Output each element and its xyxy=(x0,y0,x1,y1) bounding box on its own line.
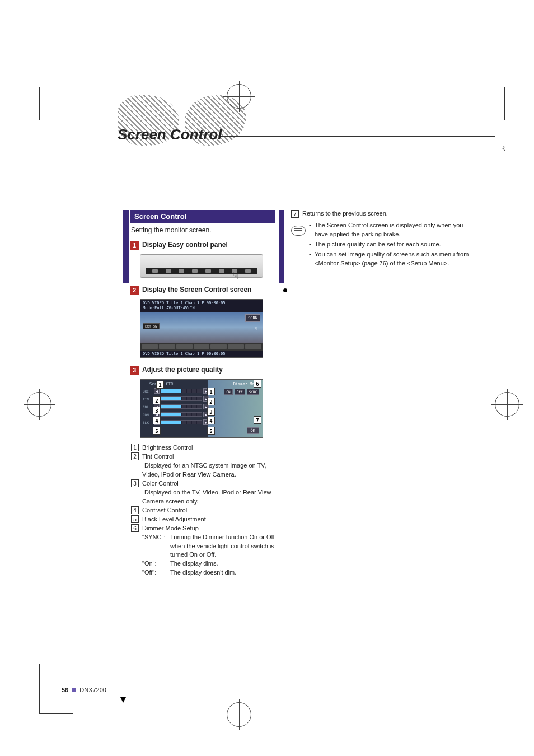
step-title: Display the Screen Control screen xyxy=(142,286,251,293)
model-name: DNX7200 xyxy=(79,687,106,693)
screen-control-screenshot: DVD VIDEO Title 1 Chap 1 P 00:00:05 Mode… xyxy=(140,299,263,358)
note-item: The picture quality can be set for each … xyxy=(309,240,476,249)
note-item: You can set image quality of screens suc… xyxy=(309,250,476,268)
definitions-list: 1 Brightness Control 2 Tint Control Disp… xyxy=(130,444,275,577)
callout-marker: 5 xyxy=(153,427,161,435)
callout-marker: 1 xyxy=(207,388,215,395)
title-rule xyxy=(221,136,495,137)
pointer-hand-icon: ☟ xyxy=(233,269,239,282)
screenshot-status-line: DVD VIDEO Title 1 Chap 1 P 00:00:05 xyxy=(143,301,260,306)
step-title: Adjust the picture quality xyxy=(142,366,223,374)
definition-item: 2 Tint Control Displayed for an NTSC sys… xyxy=(131,452,275,479)
step-number: 2 xyxy=(130,286,139,295)
accent-bar xyxy=(279,210,284,283)
registration-mark xyxy=(227,84,251,109)
page-number: 56 xyxy=(62,687,68,693)
definition-item: 7 Returns to the previous screen. xyxy=(291,210,476,218)
crop-mark xyxy=(39,87,73,120)
section-heading: Screen Control xyxy=(130,210,275,223)
definition-item: 4 Contrast Control xyxy=(131,506,275,515)
dimmer-mode-options: ON OFF SYNC xyxy=(224,389,259,395)
step: 1 Display Easy control panel ☟ xyxy=(130,241,275,278)
pointer-hand-icon: ☟ xyxy=(254,323,258,332)
registration-mark xyxy=(495,392,519,417)
ok-button: OK xyxy=(247,427,259,434)
step: 3 Adjust the picture quality Screen CTRL… xyxy=(130,366,275,438)
definition-item: 1 Brightness Control xyxy=(131,444,275,452)
step: 2 Display the Screen Control screen DVD … xyxy=(130,286,275,358)
footer-dot-icon xyxy=(72,688,76,692)
easy-control-panel-illustration: ☟ xyxy=(140,254,263,278)
callout-marker: 4 xyxy=(153,417,161,424)
callout-marker: 3 xyxy=(153,407,161,414)
screenshot-status-line: Mode:Full AV-OUT:AV-IN xyxy=(143,306,260,311)
slider-row: BRI◀▶ xyxy=(143,388,209,394)
callout-marker: 2 xyxy=(207,398,215,405)
step-number: 1 xyxy=(130,241,139,250)
callout-marker: 1 xyxy=(156,381,164,389)
accent-bar xyxy=(123,210,129,283)
page-title: Screen Control xyxy=(118,126,222,143)
note-icon xyxy=(291,226,306,236)
notes-list: The Screen Control screen is displayed o… xyxy=(309,221,476,269)
lead-text: Setting the monitor screen. xyxy=(130,226,275,234)
registration-mark xyxy=(227,702,251,727)
step-title: Display Easy control panel xyxy=(142,241,228,249)
step-number: 3 xyxy=(130,366,139,375)
playback-controls xyxy=(140,343,263,351)
right-column: 7 Returns to the previous screen. The Sc… xyxy=(291,210,476,269)
callout-marker: 2 xyxy=(153,396,161,404)
side-mark: ₹ xyxy=(502,144,506,152)
note-item: The Screen Control screen is displayed o… xyxy=(309,221,476,239)
page-footer: 56 DNX7200 xyxy=(62,687,106,693)
panel-title: Screen CTRL xyxy=(143,382,209,386)
scrn-button: SCRN xyxy=(245,314,260,322)
picture-quality-screenshot: Screen CTRL BRI◀▶ TIN◀▶ COL◀▶ CON◀▶ BLK◀… xyxy=(140,379,263,438)
extsw-button: EXT SW xyxy=(143,323,160,329)
callout-marker: 6 xyxy=(254,380,261,388)
definition-item: 3 Color Control Displayed on the TV, Vid… xyxy=(131,479,275,506)
definition-item: 6 Dimmer Mode Setup "SYNC":Turning the D… xyxy=(131,524,275,578)
screenshot-status-line: DVD VIDEO Title 1 Chap 1 P 00:00:05 xyxy=(140,351,263,357)
continue-arrow-icon xyxy=(120,697,126,703)
left-column: Screen Control Setting the monitor scree… xyxy=(130,210,275,577)
callout-marker: 3 xyxy=(207,408,215,416)
crop-mark xyxy=(471,87,505,120)
callout-marker: 7 xyxy=(254,416,261,424)
callout-marker: 5 xyxy=(207,427,215,435)
definition-item: 5 Black Level Adjustment xyxy=(131,515,275,524)
callout-marker: 4 xyxy=(207,417,215,424)
registration-mark xyxy=(27,392,51,417)
bullet-dot xyxy=(283,288,287,292)
